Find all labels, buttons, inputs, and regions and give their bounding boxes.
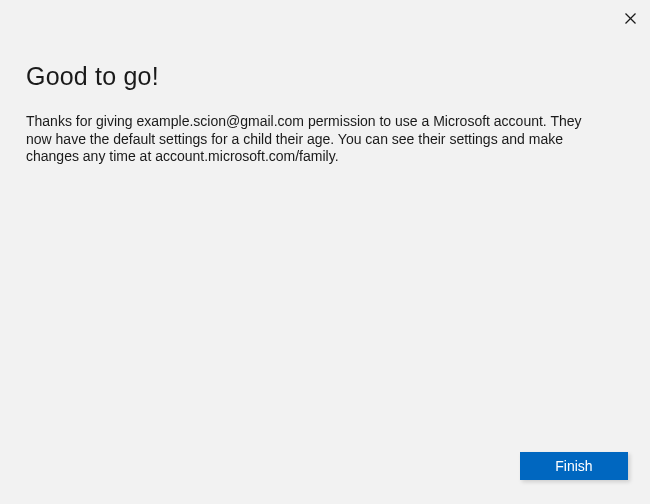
body-text: Thanks for giving example.scion@gmail.co… bbox=[26, 113, 586, 166]
close-icon bbox=[625, 13, 636, 24]
dialog-content: Good to go! Thanks for giving example.sc… bbox=[0, 0, 650, 166]
finish-button[interactable]: Finish bbox=[520, 452, 628, 480]
close-button[interactable] bbox=[618, 6, 642, 30]
page-title: Good to go! bbox=[26, 62, 624, 91]
